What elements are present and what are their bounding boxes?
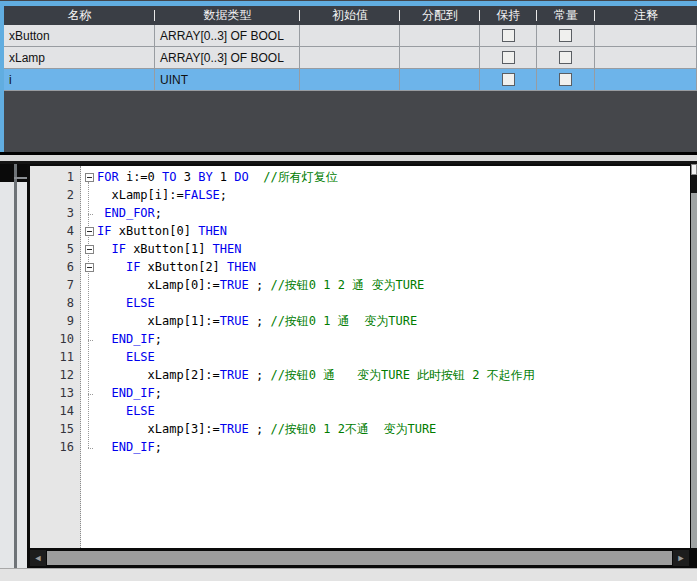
column-header-label: 常量 bbox=[554, 7, 578, 24]
cell-text: xLamp bbox=[9, 51, 45, 65]
code-line-2[interactable]: 2 xLamp[i]:=FALSE; bbox=[30, 186, 690, 204]
code-text: ELSE bbox=[97, 296, 155, 310]
code-line-12[interactable]: 12 xLamp[2]:=TRUE ; //按钮0 通 变为TURE 此时按钮 … bbox=[30, 366, 690, 384]
column-header-comment: 注释 bbox=[595, 6, 697, 25]
cell-type[interactable]: UINT bbox=[155, 69, 300, 91]
vertical-scrollbar[interactable] bbox=[691, 164, 697, 548]
cell-retain[interactable] bbox=[480, 25, 537, 47]
column-header-label: 分配到 bbox=[422, 7, 458, 24]
code-editor-surface[interactable]: 1FOR i:=0 TO 3 BY 1 DO //所有灯复位2 xLamp[i]… bbox=[30, 166, 690, 548]
cell-init[interactable] bbox=[300, 69, 400, 91]
code-line-13[interactable]: 13 END_IF; bbox=[30, 384, 690, 402]
code-text: xLamp[3]:=TRUE ; //按钮0 1 2不通 变为TURE bbox=[97, 421, 436, 438]
horizontal-scrollbar[interactable]: ◄ ► bbox=[27, 548, 692, 568]
cell-constant[interactable] bbox=[537, 47, 595, 69]
cell-type[interactable]: ARRAY[0..3] OF BOOL bbox=[155, 25, 300, 47]
constant-checkbox[interactable] bbox=[559, 73, 572, 86]
retain-checkbox[interactable] bbox=[502, 29, 515, 42]
cell-text: xButton bbox=[9, 29, 50, 43]
cell-assign[interactable] bbox=[400, 47, 480, 69]
code-line-11[interactable]: 11 ELSE bbox=[30, 348, 690, 366]
code-line-10[interactable]: 10 END_IF; bbox=[30, 330, 690, 348]
constant-checkbox[interactable] bbox=[559, 29, 572, 42]
column-header-label: 初始值 bbox=[332, 7, 368, 24]
code-text: IF xButton[2] THEN bbox=[97, 260, 256, 274]
line-number: 7 bbox=[30, 278, 81, 292]
scrollbar-grip[interactable] bbox=[691, 164, 697, 175]
cell-retain[interactable] bbox=[480, 47, 537, 69]
code-line-4[interactable]: 4IF xButton[0] THEN bbox=[30, 222, 690, 240]
var-row-xLamp[interactable]: xLampARRAY[0..3] OF BOOL bbox=[4, 47, 697, 69]
code-line-7[interactable]: 7 xLamp[0]:=TRUE ; //按钮0 1 2 通 变为TURE bbox=[30, 276, 690, 294]
cell-comment[interactable] bbox=[595, 25, 697, 47]
code-line-3[interactable]: 3 END_FOR; bbox=[30, 204, 690, 222]
table-header-row: 名称数据类型初始值分配到保持常量注释 bbox=[4, 6, 697, 25]
horizontal-scrollbar-thumb[interactable] bbox=[47, 551, 672, 565]
fold-guide-line bbox=[88, 182, 90, 448]
table-empty-area bbox=[4, 91, 697, 152]
code-line-8[interactable]: 8 ELSE bbox=[30, 294, 690, 312]
line-number: 10 bbox=[30, 332, 81, 346]
fold-column bbox=[81, 227, 97, 236]
line-number: 16 bbox=[30, 440, 81, 454]
cell-init[interactable] bbox=[300, 47, 400, 69]
code-text: ELSE bbox=[97, 350, 155, 364]
margin-guide-line bbox=[14, 164, 17, 568]
scroll-left-icon[interactable]: ◄ bbox=[30, 550, 46, 566]
retain-checkbox[interactable] bbox=[502, 51, 515, 64]
column-header-retain: 保持 bbox=[480, 6, 537, 25]
code-text: xLamp[1]:=TRUE ; //按钮0 1 通 变为TURE bbox=[97, 313, 417, 330]
cell-text: UINT bbox=[160, 73, 188, 87]
variable-declaration-table: 名称数据类型初始值分配到保持常量注释 xButtonARRAY[0..3] OF… bbox=[0, 0, 697, 152]
code-line-9[interactable]: 9 xLamp[1]:=TRUE ; //按钮0 1 通 变为TURE bbox=[30, 312, 690, 330]
code-text: END_IF; bbox=[97, 332, 162, 346]
code-line-6[interactable]: 6 IF xButton[2] THEN bbox=[30, 258, 690, 276]
bottom-strip bbox=[0, 568, 697, 581]
column-header-assign: 分配到 bbox=[400, 6, 480, 25]
line-number: 4 bbox=[30, 224, 81, 238]
cell-constant[interactable] bbox=[537, 25, 595, 47]
column-header-label: 名称 bbox=[68, 7, 92, 24]
fold-column bbox=[81, 263, 97, 272]
code-lines: 1FOR i:=0 TO 3 BY 1 DO //所有灯复位2 xLamp[i]… bbox=[30, 168, 690, 456]
code-line-15[interactable]: 15 xLamp[3]:=TRUE ; //按钮0 1 2不通 变为TURE bbox=[30, 420, 690, 438]
cell-name[interactable]: i bbox=[4, 69, 155, 91]
code-line-16[interactable]: 16 END_IF; bbox=[30, 438, 690, 456]
cell-comment[interactable] bbox=[595, 47, 697, 69]
cell-init[interactable] bbox=[300, 25, 400, 47]
fold-collapse-icon[interactable] bbox=[85, 263, 94, 272]
code-line-14[interactable]: 14 ELSE bbox=[30, 402, 690, 420]
line-number: 5 bbox=[30, 242, 81, 256]
fold-collapse-icon[interactable] bbox=[85, 245, 94, 254]
cell-assign[interactable] bbox=[400, 69, 480, 91]
fold-collapse-icon[interactable] bbox=[85, 173, 94, 182]
cell-constant[interactable] bbox=[537, 69, 595, 91]
line-number: 6 bbox=[30, 260, 81, 274]
cell-type[interactable]: ARRAY[0..3] OF BOOL bbox=[155, 47, 300, 69]
st-code-editor[interactable]: 1FOR i:=0 TO 3 BY 1 DO //所有灯复位2 xLamp[i]… bbox=[27, 164, 692, 548]
vertical-scrollbar-thumb[interactable] bbox=[691, 175, 697, 193]
cell-assign[interactable] bbox=[400, 25, 480, 47]
cell-text: ARRAY[0..3] OF BOOL bbox=[160, 29, 284, 43]
code-line-1[interactable]: 1FOR i:=0 TO 3 BY 1 DO //所有灯复位 bbox=[30, 168, 690, 186]
horizontal-splitter[interactable] bbox=[0, 152, 697, 164]
code-line-5[interactable]: 5 IF xButton[1] THEN bbox=[30, 240, 690, 258]
cell-text: i bbox=[9, 73, 12, 87]
line-number: 9 bbox=[30, 314, 81, 328]
var-row-xButton[interactable]: xButtonARRAY[0..3] OF BOOL bbox=[4, 25, 697, 47]
code-text: FOR i:=0 TO 3 BY 1 DO //所有灯复位 bbox=[97, 169, 338, 186]
code-text: xLamp[0]:=TRUE ; //按钮0 1 2 通 变为TURE bbox=[97, 277, 424, 294]
fold-collapse-icon[interactable] bbox=[85, 227, 94, 236]
cell-comment[interactable] bbox=[595, 69, 697, 91]
cell-retain[interactable] bbox=[480, 69, 537, 91]
cell-name[interactable]: xLamp bbox=[4, 47, 155, 69]
code-text: ELSE bbox=[97, 404, 155, 418]
retain-checkbox[interactable] bbox=[502, 73, 515, 86]
code-text: END_IF; bbox=[97, 440, 162, 454]
code-text: xLamp[i]:=FALSE; bbox=[97, 188, 227, 202]
cell-name[interactable]: xButton bbox=[4, 25, 155, 47]
scroll-right-icon[interactable]: ► bbox=[673, 550, 689, 566]
var-row-i[interactable]: iUINT bbox=[4, 69, 697, 91]
column-header-constant: 常量 bbox=[537, 6, 595, 25]
constant-checkbox[interactable] bbox=[559, 51, 572, 64]
